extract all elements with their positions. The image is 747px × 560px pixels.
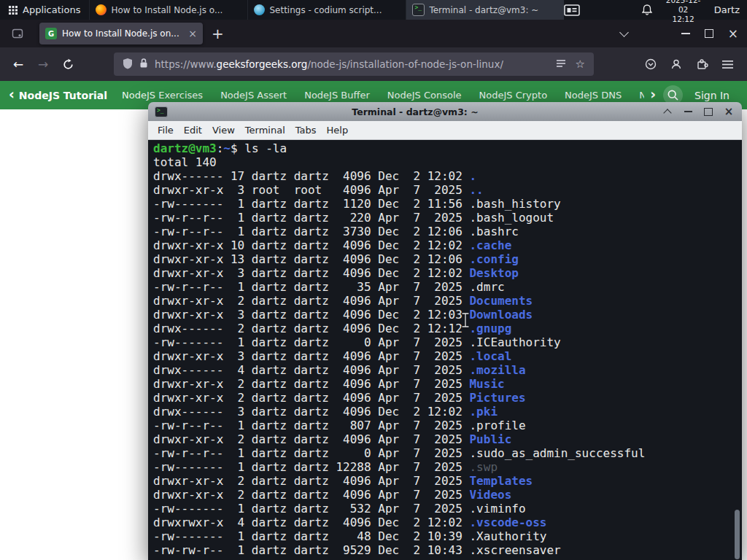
panel-window-title: How to Install Node.js o... [111,5,222,15]
gfg-nav-item[interactable]: NodeJS Assert [220,90,287,101]
browser-toolbar: ← → https://www.geeksforgeeks.org/node-j… [0,47,747,81]
url-text: https://www.geeksforgeeks.org/node-js/in… [155,58,503,70]
terminal-icon [412,4,425,16]
terminal-line: drwxr-xr-x 2 dartz dartz 4096 Apr 7 2025… [153,488,742,502]
tray-terminal-icon[interactable] [564,4,580,16]
clock-date: 2025-12-02 [663,0,703,15]
terminal-menu-edit[interactable]: Edit [179,125,207,136]
terminal-line: drwxr-xr-x 3 dartz dartz 4096 Dec 2 12:0… [153,266,742,280]
terminal-menu-file[interactable]: File [152,125,179,136]
terminal-line: drwx------ 17 dartz dartz 4096 Dec 2 12:… [153,169,742,183]
terminal-line: drwxr-xr-x 3 root root 4096 Apr 7 2025 .… [153,183,742,197]
gfg-nav-items: NodeJS ExercisesNodeJS AssertNodeJS Buff… [122,90,644,101]
terminal-line: drwxr-xr-x 2 dartz dartz 4096 Apr 7 2025… [153,474,742,488]
terminal-line: drwxr-xr-x 2 dartz dartz 4096 Apr 7 2025… [153,294,742,308]
url-path: /node-js/installation-of-node-js-on-linu… [307,58,503,70]
terminal-line: drwx------ 4 dartz dartz 4096 Apr 7 2025… [153,363,742,377]
terminal-menu-view[interactable]: View [207,125,240,136]
reader-mode-icon[interactable] [556,58,566,71]
settings-icon [254,4,265,15]
panel-window-list: How to Install Node.js o...Settings - co… [89,0,564,20]
panel-window-button[interactable]: Terminal - dartz@vm3: ~ [406,0,564,20]
sign-in-button[interactable]: Sign In [694,90,729,101]
gfg-nav-item[interactable]: NodeJS Console [387,90,462,101]
panel-window-title: Settings - codium script... [269,5,382,15]
panel-clock[interactable]: 2025-12-02 12:12 [663,0,703,24]
url-bar[interactable]: https://www.geeksforgeeks.org/node-js/in… [114,52,594,76]
menu-hamburger-icon[interactable] [715,52,740,77]
gfg-nav-item[interactable]: NodeJS Crypto [479,90,548,101]
terminal-scrollbar[interactable] [735,510,740,559]
terminal-window-controls: × [662,106,735,117]
applications-menu-button[interactable]: Applications [0,0,89,20]
panel-window-button[interactable]: Settings - codium script... [247,0,406,20]
gfg-nav-item[interactable]: NodeJS Buffer [304,90,370,101]
terminal-shade-icon[interactable] [662,106,673,117]
terminal-line: total 140 [153,155,742,169]
terminal-line: -rw------- 1 dartz dartz 1120 Dec 2 11:5… [153,197,742,211]
panel-user-label[interactable]: Dartz [714,4,740,15]
window-close-icon[interactable]: × [728,28,738,40]
extensions-puzzle-icon[interactable] [689,52,714,77]
terminal-line: -rw-rw-r-- 1 dartz dartz 9529 Dec 2 10:4… [153,543,742,557]
terminal-title: Terminal - dartz@vm3: ~ [174,106,657,117]
terminal-maximize-icon[interactable] [703,106,713,117]
terminal-line: -rw-r--r-- 1 dartz dartz 220 Apr 7 2025 … [153,211,742,225]
account-icon[interactable] [664,52,689,77]
terminal-close-icon[interactable]: × [724,106,734,117]
firefox-icon [96,4,107,15]
tab-favicon-gfg-icon: G [45,28,57,39]
gfg-nav-item[interactable]: Node [639,90,644,101]
terminal-line: drwx------ 2 dartz dartz 4096 Dec 2 12:1… [153,322,742,335]
terminal-line: drwx------ 3 dartz dartz 4096 Dec 2 12:0… [153,405,742,419]
gfg-nav-item-active[interactable]: NodeJS Tutorial [19,90,107,101]
terminal-line: -rw-r--r-- 1 dartz dartz 35 Apr 7 2025 .… [153,280,742,294]
terminal-minimize-icon[interactable] [683,106,693,117]
window-maximize-icon[interactable] [705,29,713,38]
browser-tab[interactable]: G How to Install Node.js on... × [39,23,203,44]
terminal-line: drwxr-xr-x 3 dartz dartz 4096 Apr 7 2025… [153,349,742,363]
terminal-titlebar[interactable]: Terminal - dartz@vm3: ~ × [148,102,742,121]
panel-indicators: 2025-12-02 12:12 Dartz [564,0,747,20]
panel-window-title: Terminal - dartz@vm3: ~ [429,5,538,15]
list-tabs-chevron-icon[interactable] [619,28,629,37]
nav-scroll-left-icon[interactable]: ‹ [9,88,15,101]
terminal-line: dartz@vm3:~$ ls -la [153,141,742,155]
new-tab-button[interactable]: + [212,26,224,41]
gfg-nav-item[interactable]: NodeJS DNS [565,90,622,101]
toolbar-right-icons [638,52,741,77]
url-scheme: https://www. [155,58,217,70]
notification-bell-icon[interactable] [642,4,652,15]
terminal-line: drwxr-xr-x 13 dartz dartz 4096 Dec 2 12:… [153,252,742,266]
window-minimize-icon[interactable] [681,33,690,34]
tracking-shield-icon[interactable] [123,58,133,71]
terminal-menu-tabs[interactable]: Tabs [290,125,322,136]
back-icon[interactable]: ← [6,52,31,77]
forward-icon[interactable]: → [31,52,55,77]
terminal-window: Terminal - dartz@vm3: ~ × FileEditViewTe… [148,102,742,560]
panel-window-button[interactable]: How to Install Node.js o... [89,0,247,20]
terminal-output[interactable]: dartz@vm3:~$ ls -latotal 140drwx------ 1… [148,140,742,560]
tab-close-icon[interactable]: × [188,28,197,39]
gfg-nav-item[interactable]: NodeJS Exercises [122,90,203,101]
terminal-line: -rw-r--r-- 1 dartz dartz 3730 Dec 2 12:0… [153,225,742,238]
terminal-line: -rw------- 1 dartz dartz 12288 Apr 7 202… [153,460,742,474]
url-host: geeksforgeeks.org [217,58,308,70]
terminal-menu-help[interactable]: Help [322,125,354,136]
tab-title: How to Install Node.js on... [62,28,183,39]
nav-scroll-right-icon[interactable]: › [650,88,656,101]
lock-icon[interactable] [139,58,148,71]
terminal-line: -rw------- 1 dartz dartz 48 Dec 2 10:39 … [153,529,742,543]
firefox-view-icon[interactable] [7,24,28,43]
terminal-line: drwxr-xr-x 2 dartz dartz 4096 Apr 7 2025… [153,391,742,405]
window-controls: × [621,28,747,40]
terminal-line: drwxrwxr-x 4 dartz dartz 4096 Dec 2 12:0… [153,516,742,529]
desktop: Applications How to Install Node.js o...… [0,0,747,560]
terminal-line: drwxr-xr-x 3 dartz dartz 4096 Dec 2 12:0… [153,308,742,322]
reload-icon[interactable] [55,52,80,77]
terminal-line: drwxr-xr-x 2 dartz dartz 4096 Apr 7 2025… [153,377,742,391]
terminal-menu-terminal[interactable]: Terminal [240,125,290,136]
bookmark-star-icon[interactable]: ☆ [576,59,585,70]
pocket-icon[interactable] [638,52,663,77]
clock-time: 12:12 [663,15,703,24]
